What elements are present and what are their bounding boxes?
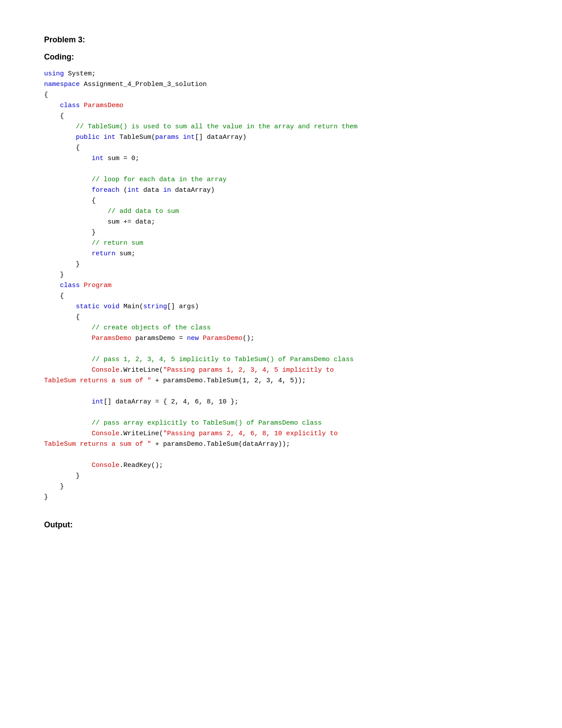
problem-heading: Problem 3: — [44, 35, 518, 45]
code-block: using System; namespace Assignment_4_Pro… — [44, 69, 518, 503]
output-heading: Output: — [44, 520, 518, 530]
coding-heading: Coding: — [44, 52, 518, 62]
